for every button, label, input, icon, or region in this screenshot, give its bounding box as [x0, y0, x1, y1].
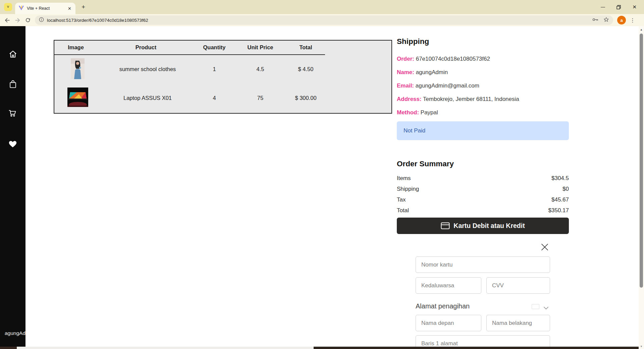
- total-cell: $ 4.50: [286, 55, 325, 83]
- field-label: Order:: [397, 56, 414, 62]
- col-header-product: Product: [97, 41, 195, 55]
- home-icon: [8, 50, 17, 59]
- order-items-table: Image Product Quantity Unit Price Total: [54, 41, 325, 112]
- url-bar[interactable]: localhost:5173/order/67e10074c0d18e10805…: [35, 15, 613, 25]
- sidebar-item-cart[interactable]: [0, 109, 25, 118]
- col-header-unit-price: Unit Price: [234, 41, 286, 55]
- scroll-down-arrow-icon[interactable]: ▼: [639, 345, 644, 348]
- summary-total-row: Total $350.17: [397, 207, 569, 214]
- card-expiry-input[interactable]: [416, 277, 481, 294]
- close-icon: ✕: [632, 4, 637, 10]
- shopping-bag-icon: [9, 80, 17, 89]
- chevron-down-icon: ˅: [7, 5, 9, 9]
- field-value: agungAdmin: [416, 69, 448, 75]
- billing-first-name-input[interactable]: [416, 315, 481, 331]
- table-row: Laptop ASSUS X01 4 75 $ 300.00: [54, 83, 325, 112]
- tab-title: Vite + React: [27, 6, 67, 11]
- shipping-method-row: Method: Paypal: [397, 109, 438, 116]
- quantity-cell: 1: [195, 55, 234, 83]
- billing-address-label: Alamat penagihan: [416, 302, 470, 310]
- summary-shipping-row: Shipping $0: [397, 186, 569, 192]
- window-minimize-button[interactable]: [601, 7, 605, 7]
- field-value: agungAdmin@gmail.com: [416, 82, 479, 89]
- sidebar: agungAd: [0, 26, 25, 349]
- tab-close-icon[interactable]: ✕: [67, 6, 72, 11]
- browser-toolbar: localhost:5173/order/67e10074c0d18e10805…: [0, 14, 644, 26]
- product-image-clothes: [71, 58, 85, 79]
- vscroll-thumb[interactable]: [640, 34, 643, 288]
- sidebar-username[interactable]: agungAd: [5, 330, 25, 336]
- heart-icon: [8, 139, 17, 148]
- restore-icon: [616, 5, 621, 9]
- back-button[interactable]: [4, 17, 10, 23]
- summary-tax-row: Tax $45.67: [397, 196, 569, 203]
- shipping-order-row: Order: 67e10074c0d18e1080573f62: [397, 56, 490, 62]
- pay-card-button[interactable]: Kartu Debit atau Kredit: [397, 218, 569, 234]
- reload-icon: [25, 17, 31, 23]
- col-header-image: Image: [54, 41, 97, 55]
- window-close-button[interactable]: ✕: [632, 4, 637, 10]
- field-value: Paypal: [421, 109, 438, 116]
- forward-button[interactable]: [14, 17, 21, 23]
- credit-card-icon: [441, 222, 450, 229]
- order-detail-column: Shipping Order: 67e10074c0d18e1080573f62…: [397, 26, 569, 349]
- summary-label: Total: [397, 207, 409, 214]
- profile-avatar[interactable]: a: [617, 16, 626, 24]
- product-name-link[interactable]: Laptop ASSUS X01: [97, 83, 195, 112]
- field-value: 67e10074c0d18e1080573f62: [416, 56, 490, 62]
- product-name-link[interactable]: summer school clothes: [97, 55, 195, 83]
- indonesia-flag-icon[interactable]: [532, 304, 539, 309]
- payment-status-alert: Not Paid: [397, 121, 569, 140]
- summary-value: $304.5: [551, 175, 569, 182]
- hscroll-thumb[interactable]: [314, 347, 639, 349]
- card-cvv-input[interactable]: [486, 277, 550, 294]
- browser-tab[interactable]: Vite + React ✕: [15, 3, 75, 14]
- quantity-cell: 4: [195, 83, 234, 112]
- bookmark-star-icon[interactable]: [603, 17, 609, 24]
- cart-icon: [8, 109, 17, 118]
- close-icon: [541, 243, 549, 251]
- window-controls: ✕: [601, 4, 644, 10]
- scroll-up-arrow-icon[interactable]: ▲: [639, 28, 644, 31]
- summary-value: $0: [562, 186, 569, 192]
- field-label: Name:: [397, 69, 414, 75]
- close-card-form-button[interactable]: [540, 242, 549, 252]
- field-label: Method:: [397, 109, 419, 116]
- field-label: Address:: [397, 96, 422, 102]
- browser-menu-button[interactable]: ⋮: [630, 17, 635, 23]
- summary-value: $45.67: [551, 196, 569, 203]
- reload-button[interactable]: [25, 17, 31, 23]
- summary-label: Items: [397, 175, 411, 182]
- total-cell: $ 300.00: [286, 83, 325, 112]
- pay-button-label: Kartu Debit atau Kredit: [453, 222, 525, 230]
- hscroll-track: [17, 347, 314, 349]
- table-header-row: Image Product Quantity Unit Price Total: [54, 41, 325, 55]
- browser-tabstrip: ˅ Vite + React ✕ + ✕: [0, 0, 644, 14]
- window-restore-button[interactable]: [616, 5, 621, 9]
- summary-value: $350.17: [548, 207, 569, 214]
- site-info-icon[interactable]: [39, 17, 44, 23]
- tab-search-button[interactable]: ˅: [4, 3, 12, 11]
- card-number-input[interactable]: [416, 256, 550, 273]
- shipping-email-row: Email: agungAdmin@gmail.com: [397, 82, 479, 89]
- col-header-total: Total: [286, 41, 325, 55]
- back-arrow-icon: [4, 17, 10, 23]
- url-text: localhost:5173/order/67e10074c0d18e10805…: [47, 18, 592, 23]
- new-tab-button[interactable]: +: [82, 3, 85, 11]
- col-header-quantity: Quantity: [195, 41, 234, 55]
- product-image-laptop: [67, 88, 88, 107]
- country-dropdown-chevron-icon[interactable]: [543, 305, 549, 311]
- sidebar-item-shop[interactable]: [0, 80, 25, 89]
- table-row: summer school clothes 1 4.5 $ 4.50: [54, 55, 325, 83]
- password-key-icon[interactable]: [592, 17, 599, 23]
- sidebar-item-home[interactable]: [0, 50, 25, 59]
- sidebar-item-favorites[interactable]: [0, 139, 25, 148]
- vite-favicon-icon: [18, 5, 24, 12]
- billing-last-name-input[interactable]: [486, 315, 550, 331]
- summary-items-row: Items $304.5: [397, 175, 569, 182]
- vertical-scrollbar[interactable]: ▲ ▼: [639, 26, 644, 349]
- main-area: Image Product Quantity Unit Price Total: [25, 26, 644, 349]
- order-summary-title: Order Summary: [397, 160, 454, 168]
- summary-label: Tax: [397, 196, 406, 203]
- horizontal-scrollbar[interactable]: [0, 347, 639, 349]
